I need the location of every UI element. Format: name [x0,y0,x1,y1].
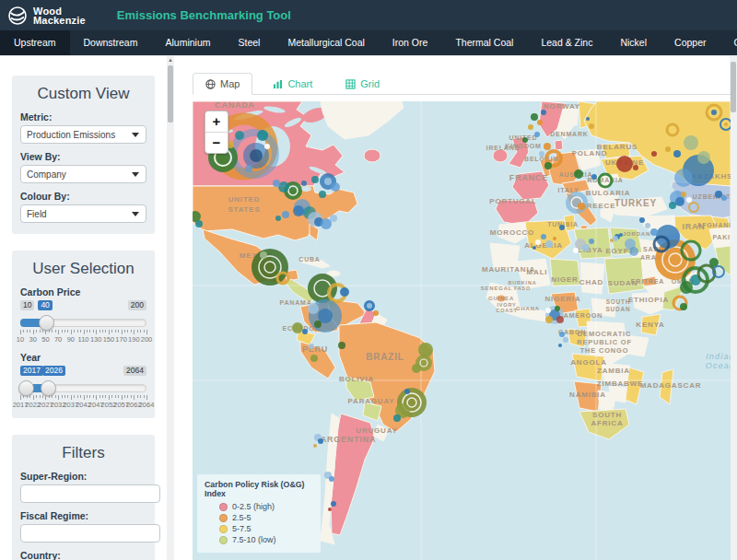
emission-bubble[interactable] [367,303,372,309]
emission-bubble[interactable] [301,181,307,186]
emission-bubble[interactable] [314,321,322,328]
emission-bubble[interactable] [574,169,583,179]
colour-by-select[interactable]: Field [20,204,146,223]
filter-input-fiscal-regime-[interactable] [20,524,160,542]
emission-bubble[interactable] [541,234,546,239]
emission-bubble[interactable] [539,151,544,157]
emission-bubble[interactable] [613,236,618,241]
emission-bubble[interactable] [553,237,556,240]
emission-bubble[interactable] [680,303,687,310]
view-by-select[interactable]: Company [20,165,146,183]
emission-bubble[interactable] [245,165,252,172]
emission-bubble[interactable] [545,240,553,248]
carbon-price-handle[interactable] [39,315,54,331]
emission-bubble[interactable] [318,309,333,323]
page-scrollbar[interactable] [730,56,737,560]
tab-grid[interactable]: Grid [333,73,392,95]
zoom-out-button[interactable]: − [205,132,228,153]
emission-bubble[interactable] [559,332,565,337]
emission-bubble[interactable] [573,248,579,253]
emission-bubble[interactable] [412,364,421,373]
emission-bubble[interactable] [534,132,540,137]
emission-bubble[interactable] [633,165,638,170]
nav-item-thermal-coal[interactable]: Thermal Coal [441,30,527,55]
emission-bubble[interactable] [319,191,326,198]
emission-bubble[interactable] [619,233,623,237]
emission-bubble[interactable] [292,322,303,333]
emission-bubble[interactable] [559,225,565,230]
emission-bubble[interactable] [650,228,658,236]
emission-bubble[interactable] [329,476,334,482]
nav-item-steel[interactable]: Steel [224,30,274,55]
emission-bubble[interactable] [282,211,289,218]
emission-bubble[interactable] [522,137,528,143]
emission-bubble[interactable] [393,414,401,422]
emission-bubble[interactable] [586,117,590,121]
tab-map[interactable]: Map [193,73,252,95]
wood-mackenzie-logo[interactable]: Wood Mackenzie [7,6,86,26]
emission-bubble[interactable] [680,281,693,294]
emission-bubble[interactable] [724,122,728,126]
emission-bubble[interactable] [535,239,541,245]
emission-bubble[interactable] [563,337,568,343]
emission-bubble[interactable] [545,308,551,313]
emission-bubble[interactable] [681,192,686,197]
emission-bubble[interactable] [645,223,650,228]
emission-bubble[interactable] [669,202,676,209]
emission-bubble[interactable] [235,131,244,140]
emission-bubble[interactable] [318,438,323,444]
nav-item-metallurgical-coal[interactable]: Metallurgical Coal [274,30,378,55]
emission-bubble[interactable] [629,247,638,256]
nav-item-aluminium[interactable]: Aluminium [151,30,224,55]
emission-bubble[interactable] [555,306,560,311]
nav-item-copper[interactable]: Copper [661,30,719,55]
emission-bubble[interactable] [531,113,538,121]
emission-bubble[interactable] [591,174,597,180]
emission-bubble[interactable] [556,316,564,323]
year-start-handle[interactable] [18,380,34,396]
emission-bubble[interactable] [675,197,684,206]
emission-bubble[interactable] [257,130,268,141]
emission-bubble[interactable] [340,287,349,297]
emission-bubble[interactable] [651,151,657,157]
emission-bubble[interactable] [674,169,693,187]
emission-bubble[interactable] [273,180,280,187]
emission-bubble[interactable] [578,203,585,210]
emission-bubble[interactable] [195,220,203,228]
emission-bubble[interactable] [260,251,267,259]
emission-bubble[interactable] [302,329,308,334]
sidebar-scrollbar-thumb[interactable] [168,65,173,122]
tab-chart[interactable]: Chart [260,73,325,95]
emission-bubble[interactable] [252,249,288,286]
emission-bubble[interactable] [404,389,410,394]
emission-bubble[interactable] [309,344,314,349]
emission-bubble[interactable] [673,150,681,158]
emission-bubble[interactable] [686,197,692,203]
emission-bubble[interactable] [532,246,536,250]
emission-bubble[interactable] [373,310,379,316]
emission-bubble[interactable] [711,110,717,115]
emission-bubble[interactable] [338,342,345,349]
nav-item-nickel[interactable]: Nickel [606,30,661,55]
emission-bubble[interactable] [528,124,533,130]
emission-bubble[interactable] [330,215,337,222]
emission-bubble[interactable] [250,149,263,162]
emission-bubble[interactable] [310,355,318,362]
emission-bubble[interactable] [264,144,270,149]
emission-bubble[interactable] [331,501,336,507]
zoom-in-button[interactable]: + [205,111,228,132]
emission-bubble[interactable] [275,216,281,221]
world-map[interactable]: CANADAUNITEDSTATESMEXICOCUBAPANAMAECUADO… [193,101,731,560]
emission-bubble[interactable] [697,151,710,164]
emission-bubble[interactable] [544,143,551,150]
nav-item-downstream[interactable]: Downstream [70,30,152,55]
emission-bubble[interactable] [582,244,590,251]
emission-bubble[interactable] [566,222,569,226]
emission-bubble[interactable] [665,146,671,152]
emission-bubble[interactable] [545,316,553,323]
emission-bubble[interactable] [313,444,317,448]
emission-bubble[interactable] [566,192,588,214]
emission-bubble[interactable] [639,217,645,223]
emission-bubble[interactable] [321,218,332,229]
nav-item-gold[interactable]: Gold [720,30,737,55]
